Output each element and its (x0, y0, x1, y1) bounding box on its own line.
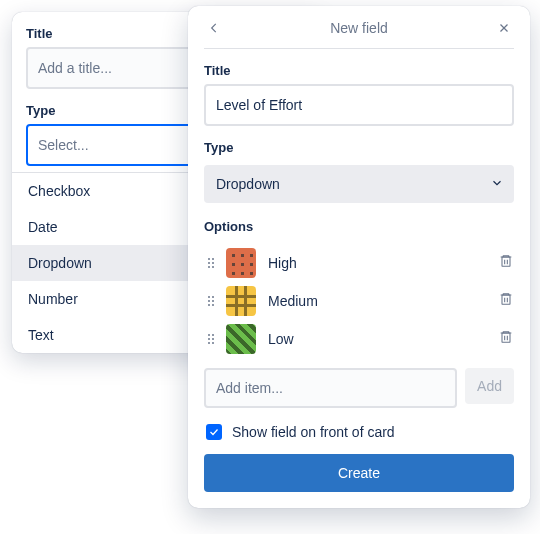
field-title-value: Level of Effort (216, 97, 302, 113)
svg-rect-8 (502, 333, 510, 342)
svg-rect-5 (502, 295, 510, 304)
color-swatch[interactable] (226, 324, 256, 354)
show-on-front-row[interactable]: Show field on front of card (206, 424, 512, 440)
field-type-value: Dropdown (216, 176, 280, 192)
title-placeholder: Add a title... (38, 60, 112, 76)
option-label: High (268, 255, 486, 271)
option-label: Low (268, 331, 486, 347)
drag-handle-icon[interactable] (204, 296, 214, 306)
option-label: Medium (268, 293, 486, 309)
create-button[interactable]: Create (204, 454, 514, 492)
color-swatch[interactable] (226, 286, 256, 316)
option-row: Medium (204, 282, 514, 320)
add-option-placeholder: Add item... (216, 380, 283, 396)
type-placeholder: Select... (38, 137, 89, 153)
field-title-label: Title (204, 63, 514, 78)
panel-title: New field (330, 20, 388, 36)
chevron-down-icon (490, 176, 504, 193)
color-swatch[interactable] (226, 248, 256, 278)
new-field-panel: New field Title Level of Effort Type Dro… (188, 6, 530, 508)
option-row: High (204, 244, 514, 282)
show-on-front-label: Show field on front of card (232, 424, 395, 440)
field-type-select[interactable]: Dropdown (204, 165, 514, 203)
drag-handle-icon[interactable] (204, 258, 214, 268)
field-type-label: Type (204, 140, 514, 155)
options-label: Options (204, 219, 514, 234)
drag-handle-icon[interactable] (204, 334, 214, 344)
delete-option-icon[interactable] (498, 253, 514, 273)
option-row: Low (204, 320, 514, 358)
add-option-input[interactable]: Add item... (204, 368, 457, 408)
delete-option-icon[interactable] (498, 291, 514, 311)
close-icon[interactable] (494, 18, 514, 38)
svg-rect-2 (502, 257, 510, 266)
back-icon[interactable] (204, 18, 224, 38)
add-option-button[interactable]: Add (465, 368, 514, 404)
panel-header: New field (204, 18, 514, 49)
delete-option-icon[interactable] (498, 329, 514, 349)
show-on-front-checkbox[interactable] (206, 424, 222, 440)
field-title-input[interactable]: Level of Effort (204, 84, 514, 126)
options-list: HighMediumLow (204, 244, 514, 358)
